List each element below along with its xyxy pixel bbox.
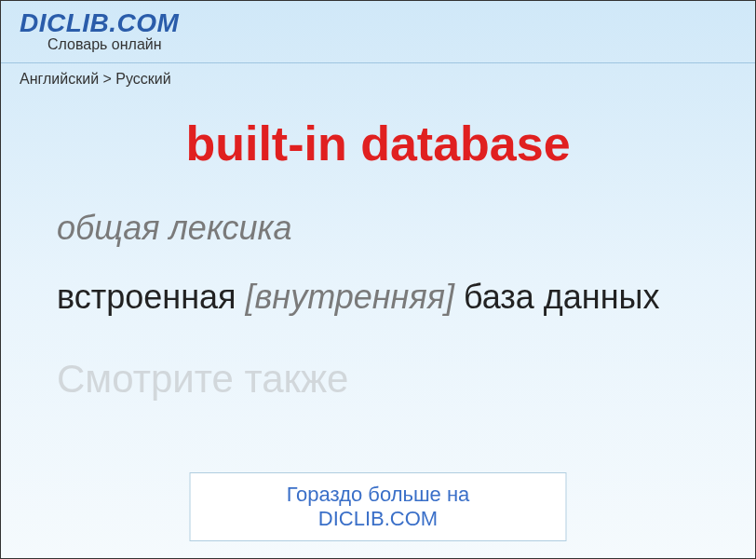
- entry-title: built-in database: [1, 116, 755, 171]
- entry-definition: встроенная [внутренняя] база данных: [57, 276, 699, 320]
- more-on-diclib-button[interactable]: Гораздо больше на DICLIB.COM: [190, 472, 567, 541]
- header-divider: [1, 62, 755, 63]
- breadcrumb-from[interactable]: Английский: [20, 71, 99, 87]
- definition-bracket: [внутренняя]: [246, 278, 454, 316]
- entry-category: общая лексика: [57, 209, 699, 248]
- see-also-heading: Смотрите также: [57, 357, 699, 402]
- breadcrumb: Английский > Русский: [1, 71, 755, 88]
- breadcrumb-separator: >: [103, 71, 112, 87]
- definition-suffix: база данных: [454, 278, 660, 316]
- site-subtitle: Словарь онлайн: [47, 36, 736, 53]
- breadcrumb-to[interactable]: Русский: [115, 71, 170, 87]
- definition-prefix: встроенная: [57, 278, 246, 316]
- site-logo[interactable]: DICLIB.COM: [20, 8, 736, 38]
